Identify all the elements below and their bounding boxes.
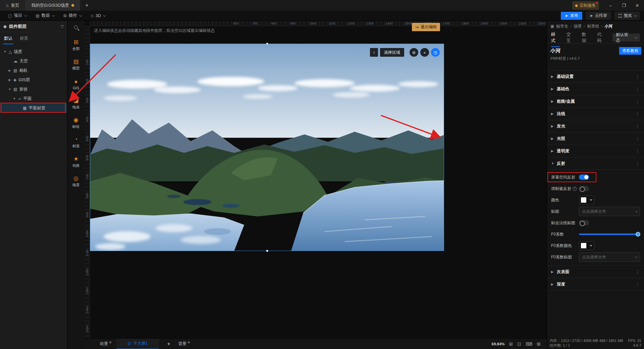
more-menu-icon[interactable]: ⋮: [636, 136, 640, 141]
more-menu-icon[interactable]: ⋮: [636, 87, 640, 92]
slider-handle[interactable]: [636, 232, 640, 237]
custom-service-button[interactable]: ◆ 定制服务: [572, 1, 599, 10]
tab-代码[interactable]: 代码: [597, 32, 606, 44]
toggle-switch[interactable]: [579, 186, 589, 191]
section-透明度[interactable]: ▶透明度⋮: [547, 145, 644, 157]
color-picker[interactable]: [579, 196, 594, 204]
minimize-button[interactable]: –: [604, 0, 617, 11]
breadcrumb-item[interactable]: 材质组: [587, 23, 599, 29]
layers-tab-材质[interactable]: 材质: [20, 36, 28, 41]
asset-gis-globe[interactable]: ●GIS: [67, 74, 85, 94]
keyboard-shortcuts-icon[interactable]: ⌨: [526, 341, 532, 347]
toggle-switch[interactable]: [579, 174, 589, 180]
tab-交互[interactable]: 交互: [567, 32, 575, 44]
section-reflection[interactable]: ▼ 反射 ⋮: [547, 157, 644, 170]
tab-样式[interactable]: 样式: [551, 32, 560, 44]
tree-expand-icon[interactable]: ▶: [8, 69, 11, 72]
tree-item-GIS层[interactable]: ▶◈GIS层: [0, 75, 67, 85]
help-icon[interactable]: ?: [573, 187, 577, 191]
selection-handle-bottom[interactable]: [266, 250, 268, 252]
section-光照[interactable]: ▶光照⋮: [547, 133, 644, 145]
cloud-hosting-button[interactable]: ➤ 云托管: [586, 12, 611, 20]
selection-handle-top[interactable]: [266, 43, 268, 45]
menu-project[interactable]: ▢项目: [3, 11, 31, 21]
preview-button[interactable]: 预览: [614, 12, 640, 20]
screen-frame-icon[interactable]: ⊡: [517, 341, 521, 347]
more-menu-icon[interactable]: ⋮: [636, 111, 640, 116]
asset-grid-all[interactable]: ⊞全部: [67, 36, 85, 55]
section-深度[interactable]: ▶深度⋮: [547, 278, 644, 291]
exit-edit-button[interactable]: ↪ 退出编辑: [412, 23, 440, 31]
more-menu-icon[interactable]: ⋮: [636, 161, 640, 166]
slider-track[interactable]: [579, 234, 639, 235]
canvas-area[interactable]: 6007008009001000110012001300140015001600…: [85, 21, 547, 349]
menu-data[interactable]: ▤数据: [31, 11, 58, 21]
file-select[interactable]: 点击选择文件: [579, 252, 640, 262]
asset-material[interactable]: ◔材质: [67, 133, 85, 152]
menu-operation[interactable]: ⊞操作: [59, 11, 86, 21]
search-button[interactable]: [67, 21, 85, 34]
publish-button[interactable]: ➤ 发布: [561, 12, 582, 20]
menu-3d[interactable]: ◇3D: [86, 11, 110, 21]
section-基础设置[interactable]: ▶基础设置⋮: [547, 70, 644, 83]
ruler-number: 200: [85, 76, 89, 86]
terrain-icon: ◪: [73, 98, 78, 103]
background-button[interactable]: 背景 ⊕: [178, 341, 190, 347]
tab-document[interactable]: 我的空白GIS3D场景: [25, 0, 80, 11]
section-发光[interactable]: ▶发光⋮: [547, 120, 644, 133]
select-region-button[interactable]: 选择区域: [380, 48, 404, 57]
section-基础色[interactable]: ▶基础色⋮: [547, 83, 644, 95]
asset-plot-marker[interactable]: ◉标绘: [67, 113, 85, 133]
back-button[interactable]: ‹: [370, 48, 378, 57]
tree-expand-icon[interactable]: ▼: [8, 88, 11, 91]
tree-expand-icon[interactable]: ▼: [13, 97, 16, 100]
more-menu-icon[interactable]: ⋮: [636, 124, 640, 129]
grid-layout-icon[interactable]: ⊞: [509, 341, 513, 347]
layers-tab-默认[interactable]: 默认: [4, 36, 12, 41]
sphere-mode-button[interactable]: ●: [420, 48, 429, 57]
tree-expand-icon[interactable]: ▼: [3, 50, 7, 53]
section-label: 粗糙/金属: [557, 99, 575, 104]
asset-scene[interactable]: ◎场景: [67, 172, 85, 191]
section-法线[interactable]: ▶法线⋮: [547, 108, 644, 120]
tutorial-button[interactable]: 查看教程: [619, 47, 641, 55]
breadcrumb-item[interactable]: 场景: [574, 23, 582, 29]
color-picker[interactable]: [579, 241, 594, 250]
maximize-button[interactable]: ❐: [617, 0, 631, 11]
close-box-icon[interactable]: ⊠: [537, 341, 541, 347]
more-menu-icon[interactable]: ⋮: [636, 74, 640, 79]
asset-model[interactable]: ▤模型: [67, 55, 85, 74]
section-粗糙/金属[interactable]: ▶粗糙/金属⋮: [547, 95, 644, 108]
tab-home[interactable]: ⌂ 首页: [0, 0, 25, 11]
new-tab-button[interactable]: +: [80, 0, 94, 11]
3d-viewport[interactable]: ‹ 选择区域 ⊕ ● ◷: [90, 44, 444, 251]
tree-item-相机[interactable]: ▶▤相机: [0, 66, 67, 75]
tab-数据[interactable]: 数据: [582, 32, 591, 44]
tree-item-平面[interactable]: ▼▱平面: [0, 94, 67, 103]
more-menu-icon[interactable]: ⋮: [636, 149, 640, 154]
section-次表面[interactable]: ▶次表面⋮: [547, 266, 644, 278]
toggle-switch[interactable]: [579, 220, 589, 226]
globe-mode-button[interactable]: ⊕: [410, 48, 418, 57]
screen-tab-active[interactable]: ⊡ 子大屏1: [116, 339, 159, 349]
more-menu-icon[interactable]: ⋮: [636, 282, 640, 287]
asset-animation[interactable]: ★动效: [67, 152, 85, 172]
foreground-button[interactable]: 前景 ⊕: [100, 341, 112, 347]
breadcrumb-item[interactable]: 鲸孪生: [556, 23, 568, 29]
breadcrumb-item[interactable]: 小河: [604, 23, 612, 29]
tree-item-形状[interactable]: ▼▤形状: [0, 85, 67, 94]
file-select[interactable]: 点击选择文件: [579, 207, 640, 216]
asset-terrain[interactable]: ◪地表: [67, 94, 85, 113]
compass-mode-button[interactable]: ◷: [431, 48, 440, 57]
tree-item-场景[interactable]: ▼△场景: [0, 47, 67, 56]
tree-item-天空[interactable]: ☁天空: [0, 56, 67, 66]
state-selector[interactable]: 默认状态: [612, 34, 640, 42]
tree-item-label: 天空: [19, 58, 28, 64]
add-screen-button[interactable]: +: [164, 341, 173, 347]
close-button[interactable]: ✕: [631, 0, 644, 11]
filter-icon[interactable]: ▽: [61, 24, 64, 29]
tree-item-平面材质[interactable]: ▦平面材质: [0, 103, 67, 113]
tree-expand-icon[interactable]: ▶: [8, 78, 11, 82]
more-menu-icon[interactable]: ⋮: [636, 99, 640, 104]
more-menu-icon[interactable]: ⋮: [636, 269, 640, 275]
